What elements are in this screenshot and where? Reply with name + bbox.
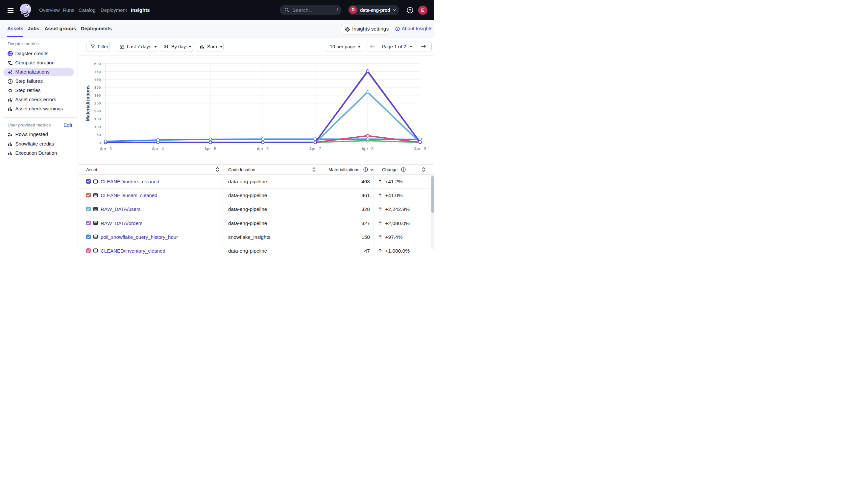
svg-text:Apr 7: Apr 7 — [309, 147, 321, 152]
svg-text:500: 500 — [94, 62, 101, 66]
svg-text:0: 0 — [99, 141, 101, 145]
svg-text:450: 450 — [94, 70, 101, 74]
svg-text:50: 50 — [96, 133, 101, 137]
svg-text:Apr 9: Apr 9 — [414, 147, 426, 152]
svg-text:Apr 6: Apr 6 — [257, 147, 269, 152]
svg-text:Apr 3: Apr 3 — [100, 147, 112, 152]
svg-text:Materializations: Materializations — [85, 86, 90, 121]
svg-text:250: 250 — [94, 101, 101, 105]
svg-text:?: ? — [409, 8, 411, 12]
svg-text:Apr 5: Apr 5 — [204, 147, 216, 152]
svg-text:Apr 4: Apr 4 — [152, 147, 164, 152]
svg-text:Apr 8: Apr 8 — [362, 147, 373, 152]
svg-text:300: 300 — [94, 93, 101, 97]
svg-text:100: 100 — [94, 125, 101, 129]
svg-text:400: 400 — [94, 78, 101, 82]
svg-text:350: 350 — [94, 86, 101, 90]
svg-text:150: 150 — [94, 117, 101, 121]
svg-text:200: 200 — [94, 109, 101, 113]
